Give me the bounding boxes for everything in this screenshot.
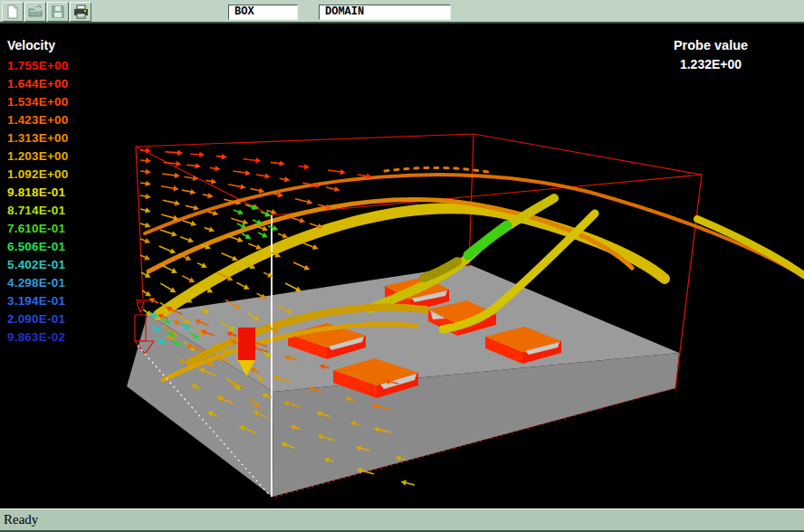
domain-name-field[interactable]: DOMAIN (319, 5, 451, 20)
legend-entry: 6.506E-01 (7, 238, 69, 256)
legend-entry: 9.863E-02 (7, 328, 69, 347)
legend-entry: 1.423E+00 (7, 111, 69, 129)
velocity-legend: Velocity 1.755E+001.644E+001.534E+001.42… (7, 38, 69, 347)
probe-label: Probe value (629, 36, 792, 55)
legend-entry: 3.194E-01 (7, 292, 69, 310)
legend-title: Velocity (7, 38, 69, 57)
legend-entry: 1.313E+00 (7, 129, 69, 147)
legend-entry: 7.610E-01 (7, 220, 69, 238)
application-window: BOX DOMAIN Velocity 1.755E+001.644E+001.… (0, 0, 804, 532)
probe-value: 1.232E+00 (629, 55, 792, 73)
legend-entry: 4.298E-01 (7, 274, 69, 292)
save-file-button[interactable] (47, 2, 69, 22)
open-file-button[interactable] (24, 2, 46, 22)
folder-icon (28, 5, 43, 19)
legend-entry: 1.755E+00 (7, 57, 69, 75)
legend-entry: 1.203E+00 (7, 147, 69, 166)
legend-entry: 1.644E+00 (7, 75, 69, 93)
page-icon (5, 5, 20, 19)
legend-entry: 5.402E-01 (7, 256, 69, 274)
floppy-icon (51, 5, 65, 19)
object-name-field[interactable]: BOX (228, 5, 298, 20)
legend-entry: 8.714E-01 (7, 202, 69, 220)
status-bar: Ready (0, 508, 804, 532)
toolbar: BOX DOMAIN (0, 0, 804, 24)
legend-entries: 1.755E+001.644E+001.534E+001.423E+001.31… (7, 57, 69, 347)
scene-svg (0, 25, 804, 508)
printer-icon (73, 5, 89, 19)
legend-entry: 1.534E+00 (7, 93, 69, 111)
probe-readout: Probe value 1.232E+00 (629, 36, 792, 73)
legend-entry: 2.090E-01 (7, 310, 69, 328)
legend-entry: 1.092E+00 (7, 166, 69, 184)
legend-entry: 9.818E-01 (7, 184, 69, 202)
new-file-button[interactable] (2, 2, 24, 22)
viewport-3d[interactable]: Velocity 1.755E+001.644E+001.534E+001.42… (0, 25, 804, 508)
print-button[interactable] (70, 2, 91, 22)
status-text: Ready (4, 512, 38, 527)
